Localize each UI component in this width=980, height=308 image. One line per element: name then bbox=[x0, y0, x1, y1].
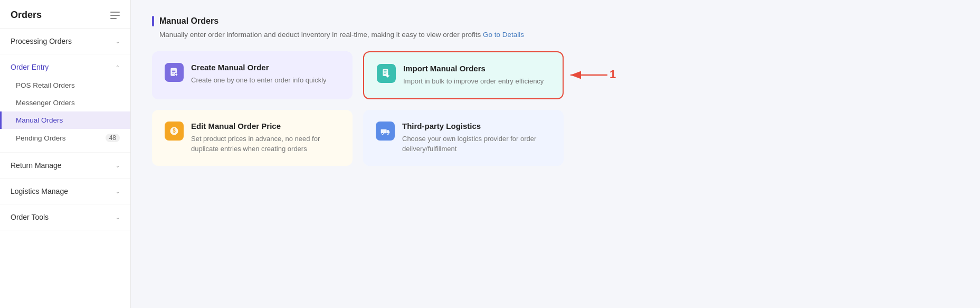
nav-section-return-manage: Return Manage ⌄ bbox=[0, 153, 130, 179]
chevron-up-icon: ⌄ bbox=[116, 64, 120, 70]
card-title: Third-party Logistics bbox=[402, 122, 551, 130]
section-title-bar: Manual Orders bbox=[152, 16, 959, 26]
create-manual-order-icon bbox=[165, 63, 184, 82]
svg-point-15 bbox=[382, 133, 383, 134]
sidebar-item-return-manage[interactable]: Return Manage ⌄ bbox=[0, 156, 130, 175]
chevron-down-icon: ⌄ bbox=[116, 214, 120, 220]
card-desc: Set product prices in advance, no need f… bbox=[191, 134, 340, 154]
chevron-down-icon: ⌄ bbox=[116, 189, 120, 194]
card-title: Import Manual Orders bbox=[403, 64, 544, 73]
svg-text:$: $ bbox=[173, 128, 176, 134]
sidebar-item-messenger-orders[interactable]: Messenger Orders bbox=[0, 94, 130, 111]
card-third-party-logistics[interactable]: Third-party Logistics Choose your own lo… bbox=[363, 110, 564, 166]
sidebar-item-manual-orders[interactable]: Manual Orders bbox=[0, 111, 130, 129]
card-desc: Import in bulk to improve order entry ef… bbox=[403, 76, 544, 87]
sidebar-item-order-entry[interactable]: Order Entry ⌄ bbox=[0, 58, 130, 77]
pending-orders-badge: 48 bbox=[106, 134, 120, 142]
card-import-manual-orders-content: Import Manual Orders Import in bulk to i… bbox=[403, 64, 544, 87]
section-title: Manual Orders bbox=[159, 16, 218, 26]
nav-section-processing-orders: Processing Orders ⌄ bbox=[0, 29, 130, 54]
sidebar-item-label: Processing Orders bbox=[11, 37, 72, 45]
sidebar: Orders Processing Orders ⌄ Order Entry ⌄… bbox=[0, 0, 131, 308]
svg-rect-1 bbox=[172, 70, 176, 70]
card-third-party-logistics-content: Third-party Logistics Choose your own lo… bbox=[402, 122, 551, 154]
card-desc: Choose your own logistics provider for o… bbox=[402, 134, 551, 154]
card-desc: Create one by one to enter order info qu… bbox=[191, 75, 327, 86]
hamburger-icon[interactable] bbox=[110, 12, 120, 19]
card-create-manual-order[interactable]: Create Manual Order Create one by one to… bbox=[152, 51, 353, 99]
chevron-down-icon: ⌄ bbox=[116, 39, 120, 44]
nav-section-order-tools: Order Tools ⌄ bbox=[0, 204, 130, 230]
sidebar-item-label: Order Tools bbox=[11, 213, 49, 221]
sidebar-item-pos-retail-orders[interactable]: POS Retail Orders bbox=[0, 77, 130, 94]
card-edit-manual-order-price[interactable]: $ Edit Manual Order Price Set product pr… bbox=[152, 110, 353, 166]
order-entry-sub-items: POS Retail Orders Messenger Orders Manua… bbox=[0, 77, 130, 149]
svg-point-16 bbox=[387, 133, 388, 134]
sidebar-item-label: Pending Orders bbox=[16, 134, 66, 142]
card-title: Create Manual Order bbox=[191, 63, 327, 72]
annotation-number: 1 bbox=[610, 68, 616, 81]
section-accent-bar bbox=[152, 16, 154, 26]
cards-row: Create Manual Order Create one by one to… bbox=[152, 51, 959, 166]
card-import-manual-orders[interactable]: Import Manual Orders Import in bulk to i… bbox=[363, 51, 564, 99]
card-title: Edit Manual Order Price bbox=[191, 122, 340, 130]
import-manual-orders-icon bbox=[377, 64, 396, 83]
nav-section-logistics-manage: Logistics Manage ⌄ bbox=[0, 179, 130, 204]
go-to-details-link[interactable]: Go to Details bbox=[483, 31, 524, 39]
sidebar-item-processing-orders[interactable]: Processing Orders ⌄ bbox=[0, 32, 130, 51]
section-description: Manually enter order information and ded… bbox=[159, 31, 959, 39]
sidebar-item-order-tools[interactable]: Order Tools ⌄ bbox=[0, 208, 130, 227]
sidebar-item-label: Return Manage bbox=[11, 161, 62, 170]
edit-manual-order-price-icon: $ bbox=[165, 122, 184, 141]
svg-rect-2 bbox=[172, 71, 176, 72]
svg-rect-6 bbox=[175, 74, 177, 75]
sidebar-item-label: Messenger Orders bbox=[16, 99, 75, 107]
svg-rect-14 bbox=[381, 129, 387, 133]
sidebar-item-label: Logistics Manage bbox=[11, 187, 68, 195]
third-party-logistics-icon bbox=[376, 122, 395, 141]
svg-rect-9 bbox=[384, 72, 387, 72]
sidebar-item-label: Manual Orders bbox=[16, 116, 63, 124]
sidebar-header: Orders bbox=[0, 0, 130, 29]
chevron-down-icon: ⌄ bbox=[116, 163, 120, 169]
card-create-manual-order-content: Create Manual Order Create one by one to… bbox=[191, 63, 327, 86]
sidebar-item-logistics-manage[interactable]: Logistics Manage ⌄ bbox=[0, 182, 130, 201]
cards-grid: Create Manual Order Create one by one to… bbox=[152, 51, 564, 166]
main-content: Manual Orders Manually enter order infor… bbox=[131, 0, 980, 308]
card-edit-manual-order-price-content: Edit Manual Order Price Set product pric… bbox=[191, 122, 340, 154]
sidebar-title: Orders bbox=[11, 10, 42, 21]
svg-rect-8 bbox=[384, 70, 387, 71]
nav-section-order-entry: Order Entry ⌄ POS Retail Orders Messenge… bbox=[0, 54, 130, 153]
svg-rect-3 bbox=[172, 73, 174, 73]
svg-rect-10 bbox=[384, 73, 386, 73]
annotation-arrow-svg: 1 bbox=[565, 59, 618, 91]
sidebar-item-pending-orders[interactable]: Pending Orders 48 bbox=[0, 129, 130, 147]
sidebar-item-label: Order Entry bbox=[11, 63, 49, 71]
sidebar-item-label: POS Retail Orders bbox=[16, 81, 75, 89]
